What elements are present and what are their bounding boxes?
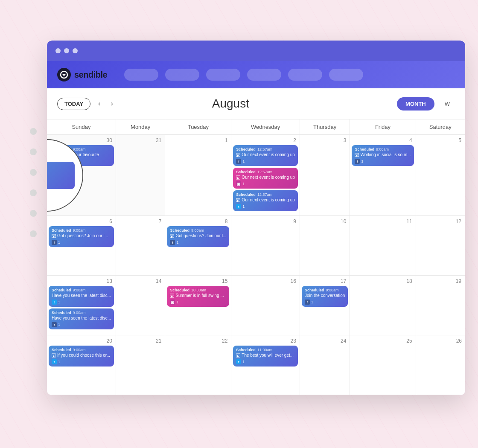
day-number-20: 20 [49, 338, 114, 346]
day-cell-23: 23 Scheduled 11:00am The best you will e… [231, 335, 300, 395]
social-count-2-1: 1 [242, 182, 245, 186]
nav-pill-2[interactable] [165, 69, 199, 81]
event-status-23-0: Scheduled [236, 348, 256, 352]
sidebar-dot-6 [30, 230, 37, 237]
event-time-2-1: 12:57am [257, 170, 272, 174]
social-count-15-0: 1 [176, 300, 178, 304]
event-text-13-0: Have you seen the latest disc... [52, 293, 111, 298]
event-card-13-0[interactable]: Scheduled 9:00am Have you seen the lates… [49, 286, 114, 307]
event-status-2-1: Scheduled [236, 170, 256, 174]
nav-pill-1[interactable] [124, 69, 158, 81]
browser-dot-1 [55, 48, 61, 53]
event-card-23-0[interactable]: Scheduled 11:00am The best you will ever… [233, 346, 298, 367]
nav-pill-3[interactable] [206, 69, 240, 81]
event-text-23-0: The best you will ever get... [242, 353, 294, 358]
event-social-2-2: t 1 [236, 204, 295, 209]
day-number-9: 9 [233, 218, 298, 226]
nav-pill-6[interactable] [329, 69, 363, 81]
sidebar-dot-3 [30, 169, 37, 176]
week-view-button[interactable]: W [440, 97, 455, 111]
event-social-2-0: f 1 [236, 159, 295, 164]
event-text-13-1: Have you seen the latest disc... [52, 316, 111, 321]
day-number-7: 7 [118, 218, 163, 226]
social-count-13-1: 1 [58, 323, 60, 327]
instagram-icon-15-0: ▣ [170, 300, 175, 305]
day-cell-1: 1 [165, 135, 231, 216]
browser-dot-3 [73, 48, 78, 53]
event-content-6-0: Got questions? Join our l... [52, 233, 111, 239]
logo-area: sendible [57, 68, 107, 81]
nav-pill-4[interactable] [247, 69, 281, 81]
day-cell-15: 15 Scheduled 10:00am Summer is in full s… [165, 276, 231, 335]
next-month-button[interactable]: › [108, 98, 115, 109]
event-card-15-0[interactable]: Scheduled 10:00am Summer is in full swin… [167, 286, 229, 307]
facebook-icon-6-0: f [52, 240, 57, 245]
facebook-icon-17-0: f [305, 300, 310, 305]
event-card-17-0[interactable]: Scheduled 9:00am Join the conversation f… [302, 286, 348, 307]
event-status-4-0: Scheduled [355, 147, 374, 151]
event-content-2-0: Our next event is coming up [236, 152, 295, 157]
highlight-social: f 1 [47, 180, 70, 186]
event-card-6-0[interactable]: Scheduled 9:00am Got questions? Join our… [49, 226, 114, 247]
event-text-2-2: Our next event is coming up [242, 198, 295, 203]
month-view-button[interactable]: MONTH [397, 97, 434, 111]
event-status-17-0: Scheduled [305, 288, 324, 292]
event-card-4-0[interactable]: Scheduled 9:00am Working in social is so… [352, 145, 414, 166]
day-cell-4: 4 Scheduled 9:00am Working in social is … [350, 135, 416, 216]
event-content-2-2: Our next event is coming up [236, 198, 295, 203]
day-number-26: 26 [418, 338, 463, 346]
event-text-8-0: Got questions? Join our l... [175, 233, 226, 239]
day-cell-22: 22 [165, 335, 231, 395]
nav-pill-5[interactable] [288, 69, 322, 81]
social-count-13-0: 1 [58, 300, 60, 304]
event-social-23-0: t 1 [236, 359, 295, 364]
day-number-21: 21 [118, 338, 163, 346]
app-window: sendible TODAY ‹ › August MONTH W Sunday… [47, 41, 465, 395]
event-social-8-0: f 1 [170, 240, 226, 245]
sidebar-dot-1 [30, 128, 37, 135]
event-content-2-1: Our next event is coming up [236, 175, 295, 180]
day-cell-2: 2 Scheduled 12:57am Our next event is co… [231, 135, 300, 216]
day-number-12: 12 [418, 218, 463, 226]
day-number-8: 8 [167, 218, 229, 226]
day-header-saturday: Saturday [416, 119, 465, 135]
calendar-header: TODAY ‹ › August MONTH W [47, 88, 465, 119]
event-card-20-0[interactable]: Scheduled 9:00am If you could choose thi… [49, 346, 114, 367]
highlight-content: Vote for [47, 172, 70, 178]
sidebar-dots [30, 128, 37, 237]
day-cell-25: 25 [350, 335, 416, 395]
event-card-2-2[interactable]: Scheduled 12:57am Our next event is comi… [233, 190, 298, 211]
social-count-2-0: 1 [242, 159, 245, 163]
highlight-status: Scheduled [47, 165, 47, 170]
day-cell-12: 12 [416, 216, 465, 276]
day-cell-18: 18 [350, 276, 416, 335]
day-number-15: 15 [167, 278, 229, 286]
day-header-sunday: Sunday [47, 119, 116, 135]
day-number-2: 2 [233, 137, 298, 145]
event-time-2-0: 12:57am [257, 147, 272, 151]
day-header-friday: Friday [350, 119, 416, 135]
event-status-8-0: Scheduled [170, 228, 189, 233]
social-count-6-0: 1 [58, 240, 60, 244]
event-content-23-0: The best you will ever get... [236, 353, 295, 358]
event-social-15-0: ▣ 1 [170, 300, 226, 305]
event-time-13-1: 9:00am [73, 311, 86, 315]
today-button[interactable]: TODAY [57, 98, 90, 110]
event-time-13-0: 9:00am [73, 288, 86, 292]
event-card-2-1[interactable]: Scheduled 12:57am Our next event is comi… [233, 168, 298, 189]
day-number-24: 24 [302, 338, 348, 346]
event-card-13-1[interactable]: Scheduled 9:00am Have you seen the lates… [49, 308, 114, 329]
event-content-4-0: Working in social is so m... [355, 152, 411, 157]
event-text-2-0: Our next event is coming up [242, 152, 295, 157]
event-status-2-2: Scheduled [236, 192, 256, 197]
highlight-card[interactable]: Scheduled Vote for f 1 [47, 162, 75, 189]
day-number-14: 14 [118, 278, 163, 286]
event-card-2-0[interactable]: Scheduled 12:57am Our next event is comi… [233, 145, 298, 166]
day-number-25: 25 [352, 338, 414, 346]
prev-month-button[interactable]: ‹ [96, 98, 103, 109]
day-number-11: 11 [352, 218, 414, 226]
event-status-6-0: Scheduled [52, 228, 71, 233]
sidebar-dot-4 [30, 189, 37, 196]
event-time-4-0: 9:00am [376, 147, 389, 151]
event-card-8-0[interactable]: Scheduled 9:00am Got questions? Join our… [167, 226, 229, 247]
